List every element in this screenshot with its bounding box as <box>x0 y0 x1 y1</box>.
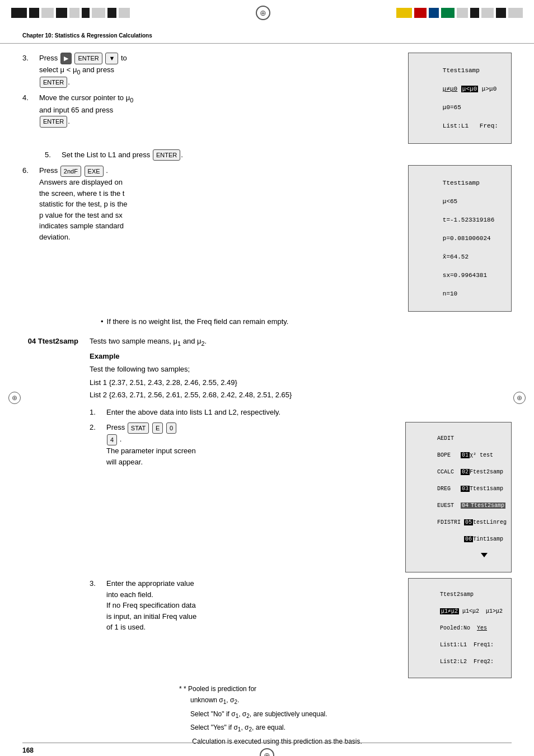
step-6-num: 6. <box>22 165 39 242</box>
ex-step-2-desc2: will appear. <box>106 458 143 466</box>
step-3-body: Press ▶ ENTER ▼ to select μ < μ0 and pre… <box>39 53 397 88</box>
step-3-text2: to <box>121 54 127 62</box>
calc-screen-ttest1samp-1: Ttest1samp μ≠μ0 μ<μ0 μ>μ0 μ0=65 List:L1 … <box>408 53 512 144</box>
key-down-arrow[interactable]: ▼ <box>105 53 118 64</box>
steps-3-4-left: 3. Press ▶ ENTER ▼ to select μ < μ0 and … <box>22 53 397 132</box>
step-4-body: Move the cursor pointer to μ0 and input … <box>39 92 397 127</box>
ex-step-3-block: 3. Enter the appropriate value into each… <box>90 578 512 678</box>
step-4-text2: and input 65 and press <box>39 106 113 114</box>
key-enter-1[interactable]: ENTER <box>74 53 102 64</box>
ex-step-3-note1: If no Freq specification data <box>106 601 196 609</box>
screen1-line2-rest: μ>μ0 <box>482 86 496 92</box>
ex-step-2-period: . <box>118 435 121 443</box>
s3-line1: Ttest2samp <box>440 591 474 598</box>
screen-step6: Ttest1samp μ<65 t=-1.523319186 p=0.08100… <box>408 165 512 312</box>
pooled-star: * <box>179 685 184 693</box>
bar-seg-3 <box>41 8 54 18</box>
list-2-data: List 2 {2.63, 2.71, 2.56, 2.61, 2.55, 2.… <box>90 389 512 401</box>
screen2-line7: n=10 <box>443 290 457 297</box>
menu-box-03: 03 <box>461 486 470 492</box>
pooled-select-no: Select "No" if σ1, σ2, are subjectively … <box>190 709 512 720</box>
step-4-num: 4. <box>22 92 39 127</box>
bar-seg-r1 <box>396 8 412 18</box>
bar-seg-9 <box>119 8 130 18</box>
menu-line-calc: CCALC <box>437 469 454 475</box>
s3-line3: Pooled:No Yes <box>440 625 487 631</box>
menu-ttest2-hl: Ttest2samp <box>470 503 505 509</box>
ex-step-3-note3: of 1 is used. <box>106 623 146 631</box>
bar-seg-r3 <box>429 8 439 18</box>
step-3-num: 3. <box>22 53 39 88</box>
step-6-desc2: the screen, where t is the t <box>39 189 124 198</box>
step-3-text1: Press <box>39 54 58 62</box>
key-e[interactable]: E <box>152 422 163 434</box>
key-0[interactable]: 0 <box>166 422 176 434</box>
ex-step-3-screen: Ttest2samp μ1≠μ2 μ1<μ2 μ1>μ2 Pooled:No Y… <box>408 578 512 678</box>
step-6: 6. Press 2ndF EXE . Answers are displaye… <box>22 165 397 242</box>
bar-seg-r5 <box>457 8 468 18</box>
menu-cursor-line <box>437 553 488 559</box>
bar-seg-5 <box>69 8 79 18</box>
screen1-line2-box: μ<μ0 <box>461 86 478 92</box>
ex-step-2-text1: Press STAT E 0 <box>106 423 177 431</box>
step-3-text3: select μ < μ0 and press <box>39 65 114 74</box>
ex-step-3: 3. Enter the appropriate value into each… <box>90 578 397 633</box>
bullet-freq-note: • If there is no weight list, the Freq f… <box>101 317 512 326</box>
bar-seg-r2 <box>414 8 427 18</box>
section-desc-text: Tests two sample means, μ1 and μ2. <box>90 337 207 345</box>
bar-seg-r4 <box>441 8 455 18</box>
key-stat[interactable]: STAT <box>128 422 149 434</box>
step-6-left: 6. Press 2ndF EXE . Answers are displaye… <box>22 165 397 247</box>
step-3: 3. Press ▶ ENTER ▼ to select μ < μ0 and … <box>22 53 397 88</box>
key-4[interactable]: 4 <box>107 434 117 446</box>
key-enter-3[interactable]: ENTER <box>40 116 67 128</box>
steps-3-4-block: 3. Press ▶ ENTER ▼ to select μ < μ0 and … <box>22 53 512 144</box>
bar-seg-r7 <box>481 8 494 18</box>
step-6-desc6: deviation. <box>39 233 71 241</box>
bottom-compass: ⊕ <box>0 748 534 756</box>
calc-screen-ttest1samp-2: Ttest1samp μ<65 t=-1.523319186 p=0.08100… <box>408 165 512 312</box>
bullet-text: If there is no weight list, the Freq fie… <box>107 317 289 326</box>
top-compass-icon: ⊕ <box>256 6 270 20</box>
pooled-note-block: * * Pooled is prediction for unknown σ1,… <box>101 684 512 746</box>
menu-box-06: 06 <box>464 536 473 542</box>
screen2-line3: t=-1.523319186 <box>443 217 494 223</box>
key-enter-2[interactable]: ENTER <box>40 77 67 88</box>
step-6-desc1: Answers are displayed on <box>39 178 123 186</box>
pooled-unknown-text: unknown σ1, σ2. <box>190 696 239 704</box>
menu-tint1: Tint1samp <box>473 536 503 542</box>
step-6-desc4: p value for the test and sx <box>39 211 123 219</box>
section-04-code: 04 Ttest2samp <box>22 337 90 347</box>
s3-line4: List1:L1 Freq1: <box>440 642 494 648</box>
screen1-line4: List:L1 Freq: <box>443 123 498 129</box>
example-heading: Example <box>90 352 512 360</box>
ex-step-2: 2. Press STAT E 0 4 . The parameter inpu… <box>90 422 394 467</box>
screen2-line4: p=0.081006024 <box>443 235 491 242</box>
ex-step-1-body: Enter the above data into lists L1 and L… <box>106 407 512 418</box>
screen-step3: Ttest1samp μ≠μ0 μ<μ0 μ>μ0 μ0=65 List:L1 … <box>408 53 512 144</box>
step-4-period: . <box>68 117 70 125</box>
ex-step-1: 1. Enter the above data into lists L1 an… <box>90 407 512 418</box>
step-6-body: Press 2ndF EXE . Answers are displayed o… <box>39 165 397 242</box>
bar-seg-8 <box>107 8 116 18</box>
calc-screen-ttest2samp: Ttest2samp μ1≠μ2 μ1<μ2 μ1>μ2 Pooled:No Y… <box>408 578 512 678</box>
key-2ndf[interactable]: 2ndF <box>60 166 81 177</box>
screen1-line2-hl: μ≠μ0 <box>443 86 457 92</box>
pooled-yes-text: Select "Yes" if σ1, σ2, are equal. <box>190 724 285 731</box>
bar-seg-r8 <box>496 8 506 18</box>
step-3-period: . <box>68 78 70 86</box>
left-bar-group <box>11 8 130 18</box>
ex-step-3-text: Enter the appropriate value <box>106 579 194 588</box>
s3-line2-hl: μ1≠μ2 <box>440 608 459 614</box>
top-decorative-bar: ⊕ <box>0 0 534 26</box>
screen2-line1: Ttest1samp <box>443 180 480 186</box>
key-exe[interactable]: EXE <box>85 166 104 177</box>
menu-box-05: 05 <box>464 519 473 525</box>
ex-step-3-note2: is input, an initial Freq value <box>106 612 196 621</box>
key-right-arrow[interactable]: ▶ <box>60 53 72 64</box>
key-enter-4[interactable]: ENTER <box>153 149 180 161</box>
menu-line-fdistri: FDISTRI <box>437 519 461 525</box>
bottom-rule <box>22 743 512 743</box>
step-5-num: 5. <box>45 149 62 161</box>
step-6-desc3: statistic for the test, p is the <box>39 200 128 208</box>
